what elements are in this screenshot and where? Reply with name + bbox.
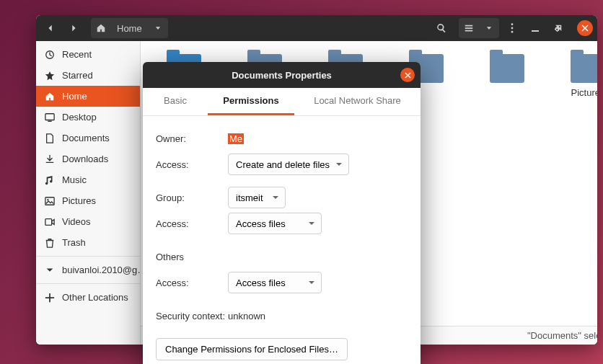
- sidebar-item-recent[interactable]: Recent: [36, 44, 140, 65]
- sidebar-label: Recent: [62, 49, 92, 60]
- titlebar: Home: [36, 15, 597, 41]
- path-bar[interactable]: Home: [91, 18, 168, 38]
- path-dropdown-icon[interactable]: [148, 18, 168, 38]
- svg-rect-3: [532, 30, 539, 32]
- sidebar-item-account[interactable]: buivanloi.2010@g…: [36, 259, 140, 280]
- dropdown-value: Create and delete files: [236, 159, 330, 170]
- svg-point-2: [511, 31, 514, 33]
- folder-item[interactable]: [481, 54, 533, 98]
- sidebar-item-home[interactable]: Home: [36, 86, 140, 107]
- dropdown-value: Access files: [236, 218, 286, 229]
- path-segment-home[interactable]: Home: [111, 18, 148, 38]
- sidebar-label: Desktop: [62, 112, 97, 123]
- others-access-dropdown[interactable]: Access files: [228, 272, 322, 293]
- svg-rect-6: [45, 197, 54, 205]
- tab-local-network-share[interactable]: Local Network Share: [294, 88, 421, 115]
- sidebar-item-other-locations[interactable]: Other Locations: [36, 287, 140, 308]
- tab-permissions[interactable]: Permissions: [208, 88, 294, 115]
- group-access-label: Access:: [156, 218, 228, 229]
- properties-dialog: Documents Properties Basic Permissions L…: [143, 62, 421, 364]
- sidebar-label: Videos: [62, 216, 91, 227]
- folder-item-pictures[interactable]: Pictures: [562, 54, 597, 98]
- svg-rect-8: [45, 218, 52, 225]
- menu-button[interactable]: [502, 18, 522, 38]
- sidebar-item-pictures[interactable]: Pictures: [36, 190, 140, 211]
- sidebar-label: buivanloi.2010@g…: [62, 265, 146, 275]
- security-context-label: Security context:: [156, 311, 228, 321]
- tab-basic[interactable]: Basic: [143, 88, 208, 115]
- sidebar-label: Home: [62, 91, 87, 102]
- dialog-close-button[interactable]: [400, 68, 415, 82]
- dialog-titlebar: Documents Properties: [143, 62, 421, 88]
- sidebar-label: Documents: [62, 133, 110, 143]
- sidebar-item-videos[interactable]: Videos: [36, 211, 140, 232]
- svg-point-1: [511, 27, 514, 30]
- dropdown-value: itsmeit: [236, 192, 263, 203]
- owner-access-dropdown[interactable]: Create and delete files: [228, 154, 349, 175]
- sidebar-label: Downloads: [62, 154, 108, 164]
- others-access-label: Access:: [156, 278, 228, 288]
- maximize-button[interactable]: [548, 18, 568, 38]
- sidebar-label: Starred: [62, 70, 93, 81]
- dropdown-value: Access files: [236, 278, 286, 288]
- sidebar-item-downloads[interactable]: Downloads: [36, 148, 140, 169]
- folder-icon: [490, 54, 524, 83]
- sidebar-label: Pictures: [62, 195, 96, 206]
- owner-value: Me: [228, 133, 244, 144]
- sidebar-label: Other Locations: [62, 292, 128, 303]
- group-access-dropdown[interactable]: Access files: [228, 213, 322, 234]
- svg-rect-5: [45, 113, 54, 120]
- list-view-icon[interactable]: [459, 18, 479, 38]
- others-label: Others: [156, 252, 228, 262]
- search-button[interactable]: [431, 18, 452, 38]
- change-enclosed-permissions-button[interactable]: Change Permissions for Enclosed Files…: [156, 338, 348, 360]
- svg-point-7: [47, 199, 48, 200]
- owner-access-label: Access:: [156, 159, 228, 170]
- sidebar-item-starred[interactable]: Starred: [36, 65, 140, 86]
- sidebar-item-music[interactable]: Music: [36, 169, 140, 190]
- owner-label: Owner:: [156, 133, 228, 144]
- window-close-button[interactable]: [577, 20, 593, 36]
- sidebar-item-desktop[interactable]: Desktop: [36, 107, 140, 128]
- home-icon[interactable]: [91, 18, 111, 38]
- permissions-form: Owner: Me Access: Create and delete file…: [143, 116, 421, 364]
- sidebar-label: Trash: [62, 237, 86, 248]
- sidebar-item-trash[interactable]: Trash: [36, 232, 140, 253]
- sidebar-label: Music: [62, 174, 87, 185]
- svg-point-0: [511, 23, 514, 25]
- security-context-value: unknown: [228, 311, 265, 321]
- forward-button[interactable]: [63, 18, 84, 38]
- status-text: "Documents" selected (containing 0 items…: [527, 330, 597, 341]
- view-toggle[interactable]: [459, 18, 499, 38]
- group-dropdown[interactable]: itsmeit: [228, 187, 286, 208]
- folder-icon: [571, 54, 597, 83]
- dialog-title: Documents Properties: [232, 70, 332, 81]
- view-dropdown-icon[interactable]: [479, 18, 499, 38]
- sidebar-item-documents[interactable]: Documents: [36, 128, 140, 148]
- folder-label: Pictures: [571, 87, 597, 98]
- back-button[interactable]: [40, 18, 61, 38]
- group-label: Group:: [156, 192, 228, 203]
- sidebar: Recent Starred Home Desktop Documents Do…: [36, 41, 141, 345]
- minimize-button[interactable]: [525, 18, 545, 38]
- dialog-tabs: Basic Permissions Local Network Share: [143, 88, 421, 116]
